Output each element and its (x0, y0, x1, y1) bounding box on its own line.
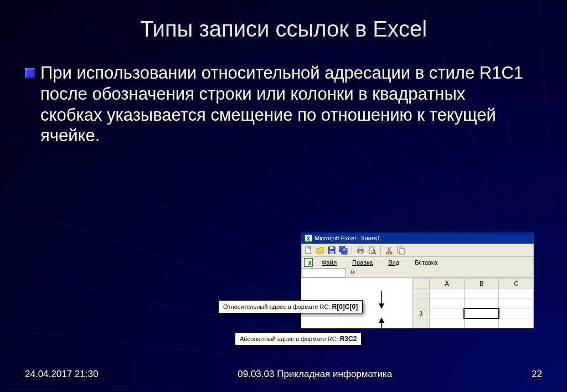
excel-screenshot: X Microsoft Excel - Книга1 X Файл Правка… (301, 233, 534, 328)
excel-titlebar: X Microsoft Excel - Книга1 (301, 233, 534, 244)
menu-file: Файл (315, 258, 343, 267)
bullet-icon (25, 68, 35, 78)
save-all-icon (339, 246, 348, 255)
excel-titlebar-text: Microsoft Excel - Книга1 (315, 235, 380, 241)
row-header (413, 318, 430, 328)
callout-relative: Относительный адрес в формате RC: R[0]C[… (218, 300, 363, 313)
print-icon (356, 246, 365, 255)
excel-menu-icon: X (304, 258, 313, 267)
col-header: A (430, 278, 465, 288)
menu-insert: Вставка (408, 258, 444, 267)
selected-cell (464, 308, 499, 318)
svg-rect-25 (330, 247, 333, 249)
menu-view: Вид (382, 258, 406, 267)
menu-edit: Правка (346, 258, 379, 267)
arrow-down-icon (370, 288, 393, 316)
col-header: C (499, 278, 534, 288)
footer-course: 09.03.03 Прикладная информатика (238, 369, 392, 380)
slide-footer: 24.04.2017 21:30 09.03.03 Прикладная инф… (0, 369, 567, 380)
row-header (413, 288, 430, 298)
excel-toolbar (301, 244, 534, 257)
svg-marker-43 (379, 303, 384, 309)
footer-date: 24.04.2017 21:30 (25, 369, 98, 380)
save-icon (327, 246, 336, 255)
dropdown-icon: ▾ (339, 269, 342, 276)
corner-cell (413, 278, 430, 288)
open-file-icon (316, 246, 324, 255)
row-header: 3 (413, 308, 430, 318)
col-header: B (464, 278, 499, 288)
svg-rect-31 (359, 247, 362, 249)
arrow-up-icon (370, 314, 393, 337)
svg-rect-33 (369, 247, 374, 254)
body-text: При использовании относительной адресаци… (40, 63, 528, 146)
cut-icon (385, 246, 394, 255)
svg-rect-41 (400, 249, 404, 254)
svg-rect-26 (329, 251, 334, 254)
copy-icon (396, 246, 405, 255)
excel-menubar: X Файл Правка Вид Вставка (301, 257, 534, 268)
callout-absolute: Абсолютный адрес в формате RC: R3C2 (235, 332, 362, 345)
footer-page: 22 (532, 369, 542, 380)
new-file-icon (304, 246, 313, 255)
svg-rect-29 (343, 249, 346, 250)
row-header (413, 298, 430, 308)
fx-label: fx (346, 268, 360, 277)
excel-formula-bar: B3 ▾ fx (301, 268, 534, 278)
preview-icon (368, 246, 377, 255)
excel-logo-icon: X (305, 234, 312, 242)
svg-line-35 (374, 252, 376, 254)
svg-rect-32 (359, 251, 362, 254)
excel-namebox: B3 ▾ (302, 268, 346, 277)
slide-title: Типы записи ссылок в Excel (25, 17, 542, 42)
svg-marker-45 (379, 317, 384, 323)
